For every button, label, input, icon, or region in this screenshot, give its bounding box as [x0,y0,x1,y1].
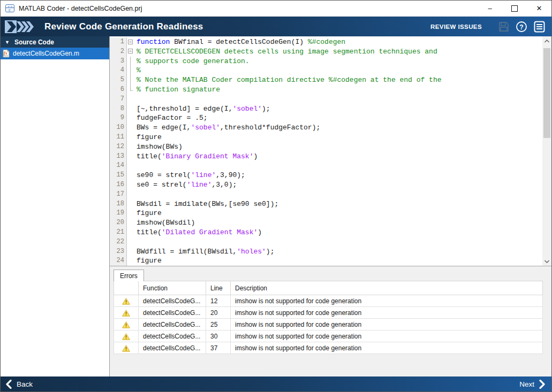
code-line: 6% function signature [110,85,542,95]
code-text: BWsdil = imdilate(BWs,[se90 se0]); [135,199,278,209]
column-header-description[interactable]: Description [231,281,543,295]
error-description-cell: imshow is not supported for code generat… [231,342,543,354]
code-line: 16se0 = strel('line',3,0); [110,180,542,190]
error-line-cell: 20 [206,307,231,319]
error-function-cell: detectCellsCodeG... [139,319,206,330]
error-line-cell: 25 [206,319,231,330]
back-label: Back [17,380,33,388]
back-button[interactable]: Back [6,380,33,389]
error-line-cell: 30 [206,330,231,342]
code-line: 3% supports code generation. [110,57,542,66]
maximize-button[interactable] [502,1,527,16]
review-issues-button[interactable]: REVIEW ISSUES [430,24,482,30]
code-text: BWdfill = imfill(BWsdil,'holes'); [135,247,274,257]
chevrons-logo-icon [5,20,35,33]
code-text: % function signature [135,85,220,95]
vertical-scrollbar[interactable] [542,36,551,266]
line-number: 5 [110,75,127,85]
main-area: ▼ Source Code fx detectCellsCodeGen.m 1f… [1,36,551,376]
minimize-button[interactable]: – [478,1,502,16]
scroll-up-button[interactable] [542,36,551,45]
save-button[interactable] [497,20,511,34]
column-header-function[interactable]: Function [139,281,206,295]
line-number: 24 [110,256,127,266]
code-fold-gutter [127,152,135,162]
help-icon: ? [516,21,527,33]
error-line-cell: 12 [206,295,231,307]
error-row[interactable]: detectCellsCodeG...12imshow is not suppo… [114,295,543,307]
code-fold-gutter [127,247,135,257]
line-number: 2 [110,47,127,57]
line-number: 8 [110,104,127,114]
code-line: 22 [110,237,542,247]
line-number: 3 [110,57,127,66]
line-number: 17 [110,190,127,199]
warning-icon-cell [114,342,139,354]
svg-text:fx: fx [4,51,7,56]
code-lines[interactable]: 1function BWfinal = detectCellsCodeGen(I… [110,36,542,266]
close-button[interactable]: ✕ [527,1,551,16]
code-line: 15se90 = strel('line',3,90); [110,171,542,180]
code-text [135,237,137,247]
warning-triangle-icon [122,345,130,352]
save-icon [498,21,509,32]
line-number: 15 [110,171,127,180]
code-line: 14 [110,161,542,171]
code-line: 1function BWfinal = detectCellsCodeGen(I… [110,37,542,47]
code-line: 23BWdfill = imfill(BWsdil,'holes'); [110,247,542,257]
column-header-line[interactable]: Line [206,281,231,295]
code-fold-gutter [127,113,135,123]
code-line: 19figure [110,209,542,218]
error-row[interactable]: detectCellsCodeG...20imshow is not suppo… [114,307,543,319]
scrollbar-thumb[interactable] [543,48,550,138]
source-code-section-header[interactable]: ▼ Source Code [1,36,109,48]
column-header-icon[interactable] [114,281,139,295]
app-header: Review Code Generation Readiness REVIEW … [1,17,551,37]
code-fold-gutter [127,237,135,247]
error-row[interactable]: detectCellsCodeG...37imshow is not suppo… [114,342,543,354]
errors-table-header-row: FunctionLineDescription [114,281,543,295]
code-line: 9fudgeFactor = .5; [110,113,542,123]
code-fold-gutter [127,123,135,133]
code-text: figure [135,133,162,142]
matlab-coder-window: + + c MATLAB Coder - detectCellsCodeGen.… [0,0,552,392]
svg-text:c: c [9,8,11,12]
code-fold-gutter [127,199,135,209]
menu-icon [534,21,545,33]
next-button[interactable]: Next [519,380,545,389]
code-fold-collapse-icon[interactable] [127,37,135,47]
menu-button[interactable] [532,20,546,34]
next-label: Next [519,380,534,388]
svg-text:+: + [8,5,10,8]
code-fold-gutter [127,85,135,95]
code-fold-gutter [127,75,135,85]
code-fold-gutter [127,190,135,199]
code-fold-gutter [127,57,135,66]
matlab-file-icon: fx [2,49,10,58]
error-function-cell: detectCellsCodeG... [139,295,206,307]
line-number: 6 [110,85,127,95]
warning-icon-cell [114,295,139,307]
code-line: 7 [110,95,542,104]
line-number: 13 [110,152,127,162]
help-button[interactable]: ? [515,20,528,34]
code-fold-collapse-icon[interactable] [127,47,135,57]
errors-panel: Errors FunctionLineDescription detectCel… [110,266,551,376]
code-line: 2% DETECTCELLSCODEGEN detects cells usin… [110,47,542,57]
error-description-cell: imshow is not supported for code generat… [231,319,543,330]
tab-errors[interactable]: Errors [114,270,144,281]
error-row[interactable]: detectCellsCodeG...25imshow is not suppo… [114,319,543,330]
line-number: 11 [110,133,127,142]
code-text: imshow(BWs) [135,142,183,152]
code-text: % supports code generation. [135,57,249,66]
code-line: 12imshow(BWs) [110,142,542,152]
scroll-down-button[interactable] [542,257,551,266]
window-title: MATLAB Coder - detectCellsCodeGen.prj [19,5,478,12]
error-row[interactable]: detectCellsCodeG...30imshow is not suppo… [114,330,543,342]
warning-icon-cell [114,319,139,330]
code-line: 18BWsdil = imdilate(BWs,[se90 se0]); [110,199,542,209]
window-controls: – ✕ [478,1,551,16]
error-function-cell: detectCellsCodeG... [139,307,206,319]
code-fold-gutter [127,95,135,104]
sidebar-item-detectcellscodegen[interactable]: fx detectCellsCodeGen.m [1,48,109,59]
